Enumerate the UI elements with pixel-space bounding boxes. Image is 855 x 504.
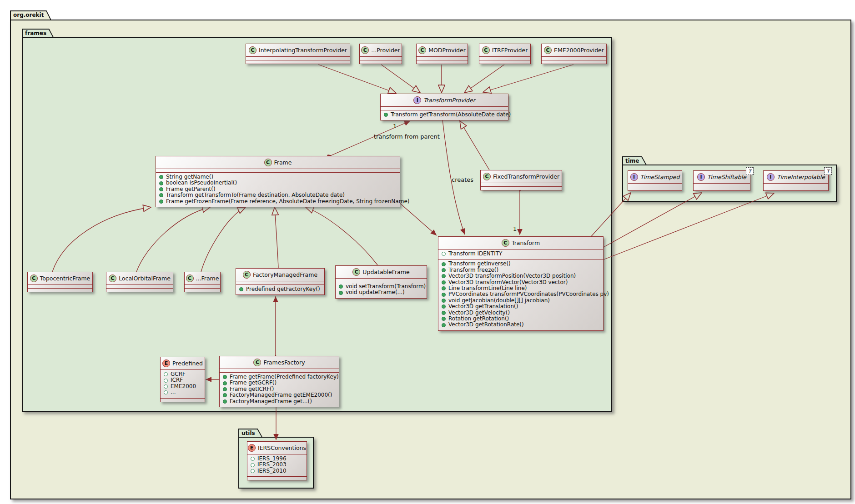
class-dots-provider: C...Provider xyxy=(359,44,402,64)
field-icon xyxy=(164,379,168,383)
class-updatable-frame: CUpdatableFrame void setTransform(Transf… xyxy=(335,265,427,299)
class-spot-icon: C xyxy=(418,46,426,54)
class-interpolating-transform-provider: CInterpolatingTransformProvider xyxy=(246,44,350,64)
class-name: Frame xyxy=(274,159,292,166)
class-name: UpdatableFrame xyxy=(362,269,409,275)
class-spot-icon: C xyxy=(352,268,360,276)
method: Vector3D getRotationRate() xyxy=(442,322,600,328)
class-spot-icon: C xyxy=(249,46,256,54)
edge-interpolatingtp-transformprovider xyxy=(318,65,396,93)
enum-constant: IERS_1996 xyxy=(251,456,303,462)
interface-name: TimeShiftable xyxy=(707,174,746,180)
field-icon xyxy=(164,372,168,376)
class-spot-icon: C xyxy=(544,46,552,54)
class-name: EME2000Provider xyxy=(554,47,604,54)
method: Transform getTransformTo(Frame destinati… xyxy=(159,192,397,198)
method: void setTransform(Transform) xyxy=(339,284,423,289)
class-fixed-transform-provider: CFixedTransformProvider xyxy=(480,170,562,190)
interface-spot-icon: I xyxy=(630,173,638,181)
method: Transform freeze() xyxy=(442,267,600,273)
class-eme2000-provider: CEME2000Provider xyxy=(541,44,607,64)
method: FactoryManagedFrame getEME2000() xyxy=(223,392,336,398)
enum-spot-icon: E xyxy=(162,359,170,367)
method: Predefined getFactoryKey() xyxy=(239,286,321,292)
interface-spot-icon: I xyxy=(697,173,705,181)
enum-constant: ... xyxy=(164,389,201,395)
interface-time-interpolable: ITimeInterpolable xyxy=(763,170,829,191)
method: Transform getTransform(AbsoluteDate date… xyxy=(384,112,505,118)
public-method-icon xyxy=(159,187,163,191)
method: FactoryManagedFrame get...() xyxy=(223,399,336,404)
method: void updateFrame(...) xyxy=(339,289,423,295)
class-spot-icon: C xyxy=(264,159,272,166)
field-icon xyxy=(251,469,255,473)
method: void getJacobian(double[][] jacobian) xyxy=(442,298,600,304)
class-local-orbital-frame: CLocalOrbitalFrame xyxy=(106,272,173,292)
generic-type-badge: T xyxy=(824,167,832,175)
method: Vector3D getVelocity() xyxy=(442,310,600,316)
class-factory-managed-frame: CFactoryManagedFrame Predefined getFacto… xyxy=(236,268,325,295)
public-method-icon xyxy=(442,304,446,309)
method: Frame getFrame(Predefined factoryKey) xyxy=(223,374,336,380)
class-itrf-provider: CITRFProvider xyxy=(479,44,531,64)
edge-transform-timestamped xyxy=(591,193,631,236)
method: Frame getFrozenFrame(Frame reference, Ab… xyxy=(159,199,397,205)
public-method-icon xyxy=(442,280,446,284)
edge-topocentric-frame xyxy=(52,207,151,272)
enum-constant: GCRF xyxy=(164,371,201,377)
class-name: MODProvider xyxy=(428,47,466,54)
public-method-icon xyxy=(442,262,446,266)
multiplicity-label: 1 xyxy=(393,123,397,130)
method: String getName() xyxy=(159,174,397,180)
enum-name: IERSConventions xyxy=(258,444,306,451)
class-frames-factory: CFramesFactory Frame getFrame(Predefined… xyxy=(219,356,339,407)
public-method-icon xyxy=(442,317,446,321)
class-name: TopocentricFrame xyxy=(40,275,91,282)
multiplicity-label: 1 xyxy=(513,225,517,232)
class-topocentric-frame: CTopocentricFrame xyxy=(27,272,93,292)
class-spot-icon: C xyxy=(186,274,194,282)
method: Line transformLine(Line line) xyxy=(442,285,600,291)
class-name: Transform xyxy=(512,240,540,246)
edge-dotsframe-frame xyxy=(201,207,246,272)
edge-transform-timeinterpolable xyxy=(603,193,774,260)
method: Vector3D getTranslation() xyxy=(442,304,600,309)
public-method-icon xyxy=(384,113,388,117)
interface-time-stamped: ITimeStamped xyxy=(628,170,682,191)
method: Frame getGCRF() xyxy=(223,380,336,386)
public-method-icon xyxy=(223,393,227,397)
edge-localorbital-frame xyxy=(136,207,210,272)
edge-transform-timeshiftable xyxy=(603,193,702,248)
public-method-icon xyxy=(442,274,446,278)
class-spot-icon: C xyxy=(253,359,261,366)
enum-constant: ICRF xyxy=(164,377,201,383)
association-label-transform-from-parent: transform from parent xyxy=(374,133,440,140)
class-name: ...Provider xyxy=(371,47,400,54)
method: Transform getInverse() xyxy=(442,261,600,267)
edge-dotsprovider-transformprovider xyxy=(381,65,420,93)
enum-iers-conventions: EIERSConventions IERS_1996 IERS_2003 IER… xyxy=(247,441,307,480)
class-spot-icon: C xyxy=(502,239,509,247)
public-method-icon xyxy=(239,287,243,291)
public-method-icon xyxy=(339,284,343,289)
public-method-icon xyxy=(223,399,227,404)
public-method-icon xyxy=(159,193,163,197)
public-method-icon xyxy=(159,181,163,185)
class-spot-icon: C xyxy=(243,271,251,279)
edge-frame-transform xyxy=(399,203,437,235)
class-spot-icon: C xyxy=(482,46,490,54)
public-method-icon xyxy=(442,299,446,303)
method: PVCoordinates transformPVCoordinates(PVC… xyxy=(442,291,600,297)
method: Vector3D transformPosition(Vector3D posi… xyxy=(442,273,600,279)
public-method-icon xyxy=(339,291,343,295)
public-method-icon xyxy=(223,387,227,391)
class-mod-provider: CMODProvider xyxy=(416,44,468,64)
method: boolean isPseudoInertial() xyxy=(159,180,397,186)
class-spot-icon: C xyxy=(109,274,116,282)
class-frame: CFrame String getName() boolean isPseudo… xyxy=(156,156,400,207)
method: Vector3D transformVector(Vector3D vector… xyxy=(442,279,600,285)
class-name: FixedTransformProvider xyxy=(493,173,559,180)
field-icon xyxy=(164,384,168,389)
enum-predefined: EPredefined GCRF ICRF EME2000 ... xyxy=(160,357,205,402)
edge-factorymanaged-frame xyxy=(275,207,278,268)
